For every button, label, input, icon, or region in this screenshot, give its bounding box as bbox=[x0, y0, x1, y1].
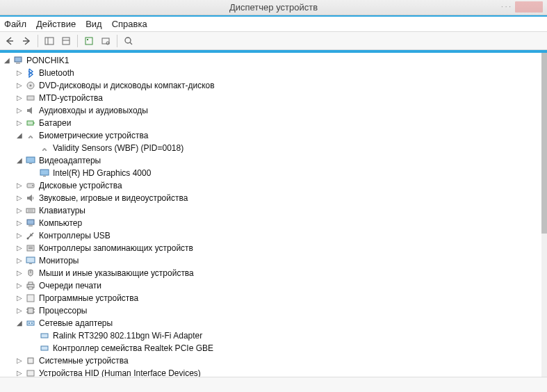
svg-rect-19 bbox=[40, 170, 49, 175]
expander-icon[interactable]: ▷ bbox=[15, 104, 24, 117]
node-label: Ralink RT3290 802.11bgn Wi-Fi Adapter bbox=[53, 329, 202, 342]
svg-rect-39 bbox=[28, 308, 33, 313]
battery-icon bbox=[25, 117, 36, 129]
sound-icon bbox=[25, 193, 36, 204]
svg-point-8 bbox=[125, 38, 131, 43]
node-label: Звуковые, игровые и видеоустройства bbox=[39, 192, 188, 204]
network-adapter-icon bbox=[25, 318, 36, 329]
svg-rect-18 bbox=[29, 163, 32, 164]
disk-icon bbox=[25, 180, 36, 191]
expander-icon[interactable]: ▷ bbox=[15, 242, 24, 254]
window-close-button[interactable] bbox=[515, 1, 543, 13]
category-node[interactable]: ◢ Сетевые адаптеры Ralink RT3290 802.11b… bbox=[15, 317, 541, 354]
device-node[interactable]: Intel(R) HD Graphics 4000 bbox=[29, 167, 541, 179]
window-control-dots[interactable]: · · · bbox=[501, 3, 511, 10]
device-tree[interactable]: ◢ PONCHIK1 ▷ Bluetooth ▷ DVD-дисководы и… bbox=[3, 54, 541, 377]
node-label: Батареи bbox=[39, 117, 71, 129]
category-node[interactable]: ▷ Bluetooth bbox=[15, 67, 541, 79]
svg-rect-32 bbox=[26, 257, 35, 263]
svg-rect-5 bbox=[87, 39, 88, 40]
expander-icon[interactable]: ▷ bbox=[15, 279, 24, 292]
expander-icon[interactable]: ▷ bbox=[15, 267, 24, 279]
category-node[interactable]: ▷ DVD-дисководы и дисководы компакт-диск… bbox=[15, 79, 541, 92]
category-node[interactable]: ▷ Компьютер bbox=[15, 217, 541, 229]
expander-icon[interactable]: ◢ bbox=[15, 317, 24, 329]
category-node[interactable]: ▷ Мыши и иные указывающие устройства bbox=[15, 267, 541, 279]
menu-file[interactable]: Файл bbox=[4, 19, 26, 29]
node-label: Контроллеры запоминающих устройств bbox=[39, 242, 193, 254]
expander-icon[interactable]: ◢ bbox=[15, 154, 24, 167]
vertical-scrollbar[interactable] bbox=[541, 53, 547, 377]
expander-icon[interactable]: ▷ bbox=[15, 254, 24, 267]
category-node[interactable]: ▷ Очереди печати bbox=[15, 279, 541, 292]
category-node[interactable]: ▷ Дисковые устройства bbox=[15, 179, 541, 192]
svg-rect-36 bbox=[28, 282, 33, 284]
back-button[interactable] bbox=[3, 34, 17, 48]
category-node[interactable]: ▷ Контроллеры запоминающих устройств bbox=[15, 242, 541, 254]
expander-icon[interactable]: ▷ bbox=[15, 204, 24, 217]
category-node[interactable]: ▷ Контроллеры USB bbox=[15, 229, 541, 242]
node-label: Видеоадаптеры bbox=[39, 154, 101, 167]
expander-icon[interactable]: ▷ bbox=[15, 229, 24, 242]
category-node[interactable]: ▷ Устройства HID (Human Interface Device… bbox=[15, 367, 541, 377]
svg-rect-11 bbox=[16, 63, 20, 64]
svg-rect-10 bbox=[15, 57, 22, 62]
expander-icon[interactable]: ◢ bbox=[3, 54, 11, 67]
expander-icon[interactable]: ◢ bbox=[15, 129, 24, 142]
svg-rect-26 bbox=[27, 220, 34, 224]
svg-rect-31 bbox=[28, 248, 33, 249]
show-hide-console-button[interactable] bbox=[42, 34, 56, 48]
node-label: Validity Sensors (WBF) (PID=0018) bbox=[53, 142, 183, 154]
node-label: Контроллеры USB bbox=[39, 229, 111, 242]
expander-icon[interactable]: ▷ bbox=[15, 117, 24, 129]
device-node[interactable]: Контроллер семейства Realtek PCIe GBE bbox=[29, 342, 541, 354]
svg-rect-49 bbox=[28, 358, 33, 364]
properties-button[interactable] bbox=[59, 34, 73, 48]
expander-icon[interactable]: ▷ bbox=[15, 67, 24, 79]
category-node[interactable]: ▷ Мониторы bbox=[15, 254, 541, 267]
svg-rect-44 bbox=[27, 321, 34, 325]
node-label: Программные устройства bbox=[39, 292, 138, 304]
expander-icon[interactable]: ▷ bbox=[15, 92, 24, 104]
menu-help[interactable]: Справка bbox=[112, 19, 147, 29]
svg-rect-0 bbox=[45, 38, 54, 44]
node-label: Устройства HID (Human Interface Devices) bbox=[39, 367, 201, 377]
expander-icon[interactable]: ▷ bbox=[15, 354, 24, 367]
category-node[interactable]: ▷ Звуковые, игровые и видеоустройства bbox=[15, 192, 541, 204]
node-label: Мыши и иные указывающие устройства bbox=[39, 267, 194, 279]
search-button[interactable] bbox=[122, 34, 136, 48]
hid-icon bbox=[25, 368, 36, 377]
help-button[interactable] bbox=[82, 34, 96, 48]
category-node[interactable]: ▷ Клавиатуры bbox=[15, 204, 541, 217]
menu-view[interactable]: Вид bbox=[85, 19, 102, 29]
category-node[interactable]: ▷ Процессоры bbox=[15, 304, 541, 317]
expander-icon[interactable]: ▷ bbox=[15, 217, 24, 229]
expander-icon[interactable]: ▷ bbox=[15, 304, 24, 317]
device-node[interactable]: Ralink RT3290 802.11bgn Wi-Fi Adapter bbox=[29, 329, 541, 342]
root-node[interactable]: ◢ PONCHIK1 ▷ Bluetooth ▷ DVD-дисководы и… bbox=[3, 54, 541, 377]
scrollbar-thumb[interactable] bbox=[541, 53, 547, 234]
node-label: Мониторы bbox=[39, 254, 79, 267]
expander-icon[interactable]: ▷ bbox=[15, 367, 24, 377]
category-node[interactable]: ◢ Биометрические устройства Validity Sen… bbox=[15, 129, 541, 154]
forward-button[interactable] bbox=[19, 34, 33, 48]
category-node[interactable]: ▷ MTD-устройства bbox=[15, 92, 541, 104]
expander-icon[interactable]: ▷ bbox=[15, 79, 24, 92]
device-node[interactable]: Validity Sensors (WBF) (PID=0018) bbox=[29, 142, 541, 154]
svg-rect-27 bbox=[28, 225, 33, 227]
expander-icon[interactable]: ▷ bbox=[15, 179, 24, 192]
scan-button[interactable] bbox=[99, 34, 113, 48]
category-node[interactable]: ▷ Аудиовходы и аудиовыходы bbox=[15, 104, 541, 117]
menu-action[interactable]: Действие bbox=[36, 19, 76, 29]
software-device-icon bbox=[25, 293, 36, 304]
svg-rect-23 bbox=[26, 209, 35, 213]
expander-icon[interactable]: ▷ bbox=[15, 192, 24, 204]
category-node[interactable]: ▷ Батареи bbox=[15, 117, 541, 129]
node-label: MTD-устройства bbox=[39, 92, 103, 104]
category-node[interactable]: ▷ Программные устройства bbox=[15, 292, 541, 304]
expander-icon[interactable]: ▷ bbox=[15, 292, 24, 304]
svg-rect-33 bbox=[29, 263, 32, 264]
category-node[interactable]: ◢ Видеоадаптеры Intel(R) HD Graphics 400… bbox=[15, 154, 541, 179]
category-node[interactable]: ▷ Системные устройства bbox=[15, 354, 541, 367]
biometric-icon bbox=[25, 130, 36, 141]
